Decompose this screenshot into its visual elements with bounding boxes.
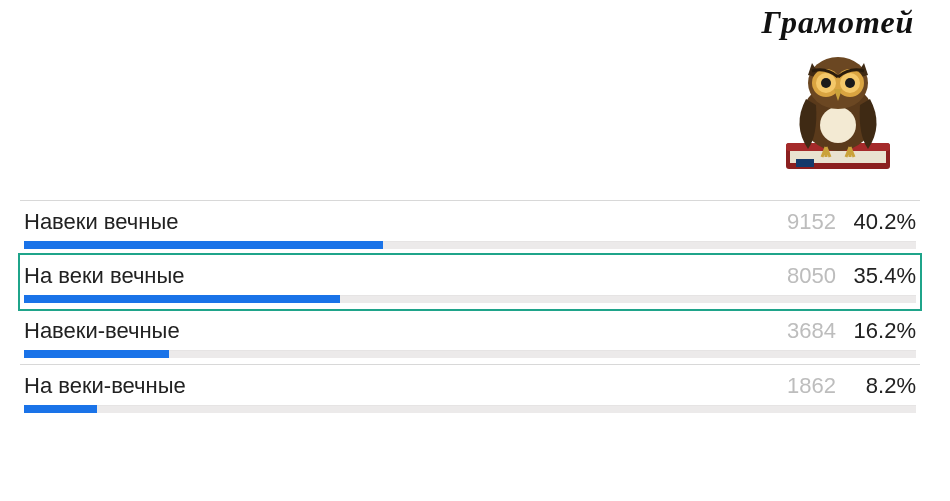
brand-block: Грамотей bbox=[738, 4, 938, 183]
page-root: Грамотей bbox=[0, 0, 950, 501]
poll-option-label: Навеки вечные bbox=[24, 209, 756, 235]
poll-bar-fill bbox=[24, 405, 97, 413]
svg-point-5 bbox=[820, 107, 856, 143]
poll-row-top: На веки вечные 8050 35.4% bbox=[24, 263, 916, 289]
poll-option-count: 1862 bbox=[756, 373, 836, 399]
svg-point-12 bbox=[845, 78, 855, 88]
poll-bar-fill bbox=[24, 295, 340, 303]
svg-point-11 bbox=[821, 78, 831, 88]
poll-row-top: Навеки вечные 9152 40.2% bbox=[24, 209, 916, 235]
poll-bar-fill bbox=[24, 241, 383, 249]
poll-option-row[interactable]: Навеки-вечные 3684 16.2% bbox=[20, 309, 920, 364]
poll-row-top: На веки-вечные 1862 8.2% bbox=[24, 373, 916, 399]
poll-option-count: 9152 bbox=[756, 209, 836, 235]
owl-on-book-icon bbox=[768, 39, 908, 183]
poll-bar-track bbox=[24, 241, 916, 249]
poll-bar-track bbox=[24, 295, 916, 303]
poll-option-count: 8050 bbox=[756, 263, 836, 289]
poll-option-row[interactable]: Навеки вечные 9152 40.2% bbox=[20, 200, 920, 255]
poll-option-label: Навеки-вечные bbox=[24, 318, 756, 344]
poll-option-percent: 8.2% bbox=[836, 373, 916, 399]
poll-row-top: Навеки-вечные 3684 16.2% bbox=[24, 318, 916, 344]
poll-option-percent: 40.2% bbox=[836, 209, 916, 235]
poll-option-row[interactable]: На веки-вечные 1862 8.2% bbox=[20, 364, 920, 419]
poll-option-row[interactable]: На веки вечные 8050 35.4% bbox=[18, 253, 922, 311]
poll-option-percent: 16.2% bbox=[836, 318, 916, 344]
svg-rect-3 bbox=[796, 159, 814, 167]
poll-option-count: 3684 bbox=[756, 318, 836, 344]
poll-option-label: На веки вечные bbox=[24, 263, 756, 289]
poll-bar-track bbox=[24, 350, 916, 358]
brand-title: Грамотей bbox=[738, 4, 938, 41]
poll-bar-fill bbox=[24, 350, 169, 358]
poll-option-label: На веки-вечные bbox=[24, 373, 756, 399]
poll-bar-track bbox=[24, 405, 916, 413]
poll-option-percent: 35.4% bbox=[836, 263, 916, 289]
poll-results: Навеки вечные 9152 40.2% На веки вечные … bbox=[20, 200, 920, 419]
